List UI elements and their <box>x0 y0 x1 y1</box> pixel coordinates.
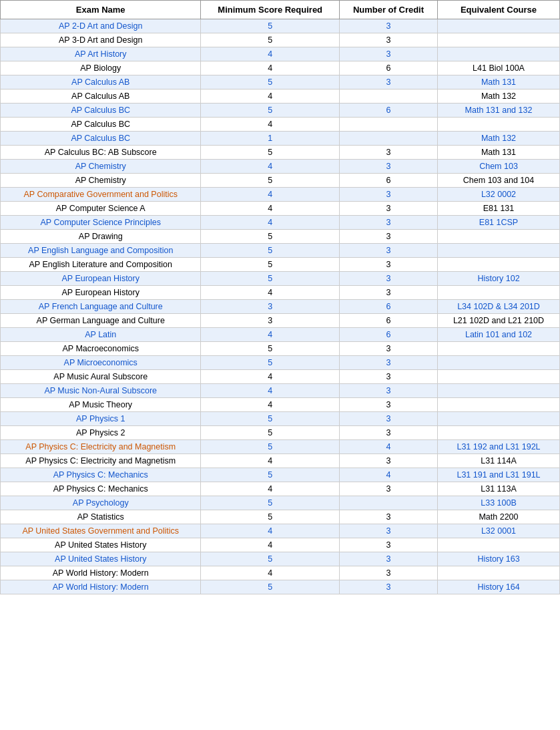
table-row: AP Calculus AB53Math 131 <box>1 75 560 89</box>
table-row: AP English Language and Composition53 <box>1 244 560 258</box>
credits-cell: 3 <box>339 146 437 160</box>
min-score-cell: 4 <box>201 566 339 580</box>
equiv-course-cell: L33 100B <box>438 496 560 510</box>
table-row: AP Physics C: Mechanics43L31 113A <box>1 482 560 496</box>
equiv-course-cell: History 102 <box>438 272 560 286</box>
credits-cell: 3 <box>339 258 437 272</box>
table-row: AP Computer Science A43E81 131 <box>1 202 560 216</box>
equiv-course-cell: L31 113A <box>438 482 560 496</box>
credits-cell: 3 <box>339 202 437 216</box>
table-row: AP Physics 253 <box>1 426 560 440</box>
credits-cell: 6 <box>339 300 437 314</box>
min-score-cell: 5 <box>201 426 339 440</box>
exam-name-cell: AP United States History <box>1 538 201 552</box>
min-score-cell: 5 <box>201 75 339 89</box>
exam-name-cell: AP Physics C: Electricity and Magnetism <box>1 454 201 468</box>
equiv-course-cell: Math 2200 <box>438 510 560 524</box>
table-row: AP Calculus BC: AB Subscore53Math 131 <box>1 146 560 160</box>
min-score-cell: 4 <box>201 454 339 468</box>
header-equiv-course: Equivalent Course <box>438 1 560 19</box>
credits-cell: 3 <box>339 538 437 552</box>
table-row: AP Physics C: Mechanics54L31 191 and L31… <box>1 468 560 482</box>
credits-cell: 3 <box>339 75 437 89</box>
credits-cell: 3 <box>339 160 437 174</box>
min-score-cell: 4 <box>201 398 339 412</box>
exam-name-cell: AP European History <box>1 272 201 286</box>
table-row: AP Macroeconomics53 <box>1 342 560 356</box>
credits-cell: 3 <box>339 552 437 566</box>
table-header-row: Exam Name Minimum Score Required Number … <box>1 1 560 19</box>
exam-name-cell: AP Comparative Government and Politics <box>1 188 201 202</box>
exam-name-cell: AP Music Aural Subscore <box>1 370 201 384</box>
equiv-course-cell <box>438 356 560 370</box>
min-score-cell: 5 <box>201 412 339 426</box>
credits-cell: 3 <box>339 188 437 202</box>
table-row: AP Chemistry56Chem 103 and 104 <box>1 174 560 188</box>
table-row: AP Biology46L41 Biol 100A <box>1 61 560 75</box>
equiv-course-cell <box>438 398 560 412</box>
table-row: AP Music Non-Aural Subscore43 <box>1 384 560 398</box>
equiv-course-cell <box>438 244 560 258</box>
credits-cell: 6 <box>339 61 437 75</box>
equiv-course-cell <box>438 384 560 398</box>
table-row: AP Computer Science Principles43E81 1CSP <box>1 216 560 230</box>
exam-name-cell: AP Latin <box>1 328 201 342</box>
min-score-cell: 4 <box>201 538 339 552</box>
equiv-course-cell <box>438 538 560 552</box>
table-row: AP Psychology5L33 100B <box>1 496 560 510</box>
credits-cell: 3 <box>339 566 437 580</box>
equiv-course-cell: Math 132 <box>438 89 560 104</box>
credits-cell: 4 <box>339 440 437 454</box>
exam-name-cell: AP Physics 2 <box>1 426 201 440</box>
credits-cell <box>339 132 437 146</box>
exam-name-cell: AP Drawing <box>1 230 201 244</box>
exam-name-cell: AP French Language and Culture <box>1 300 201 314</box>
table-row: AP United States History53History 163 <box>1 552 560 566</box>
table-row: AP Chemistry43Chem 103 <box>1 160 560 174</box>
exam-name-cell: AP Physics C: Mechanics <box>1 482 201 496</box>
equiv-course-cell: History 164 <box>438 580 560 594</box>
equiv-course-cell: Latin 101 and 102 <box>438 328 560 342</box>
exam-name-cell: AP Microeconomics <box>1 356 201 370</box>
exam-name-cell: AP European History <box>1 286 201 300</box>
equiv-course-cell <box>438 412 560 426</box>
credits-cell: 3 <box>339 384 437 398</box>
credits-cell: 3 <box>339 286 437 300</box>
credits-cell <box>339 118 437 132</box>
table-row: AP European History53History 102 <box>1 272 560 286</box>
min-score-cell: 5 <box>201 244 339 258</box>
min-score-cell: 4 <box>201 188 339 202</box>
table-row: AP Calculus BC1Math 132 <box>1 132 560 146</box>
equiv-course-cell <box>438 118 560 132</box>
equiv-course-cell: Math 131 <box>438 75 560 89</box>
equiv-course-cell <box>438 426 560 440</box>
min-score-cell: 5 <box>201 552 339 566</box>
equiv-course-cell: L41 Biol 100A <box>438 61 560 75</box>
equiv-course-cell: Math 131 <box>438 146 560 160</box>
min-score-cell: 4 <box>201 384 339 398</box>
exam-name-cell: AP Calculus BC <box>1 118 201 132</box>
table-row: AP Calculus BC56Math 131 and 132 <box>1 104 560 118</box>
credits-cell: 3 <box>339 272 437 286</box>
equiv-course-cell <box>438 566 560 580</box>
table-row: AP Physics C: Electricity and Magnetism5… <box>1 440 560 454</box>
exam-name-cell: AP Music Non-Aural Subscore <box>1 384 201 398</box>
table-row: AP Microeconomics53 <box>1 356 560 370</box>
table-row: AP United States Government and Politics… <box>1 524 560 538</box>
table-row: AP 2-D Art and Design53 <box>1 19 560 33</box>
ap-credit-table: Exam Name Minimum Score Required Number … <box>0 0 560 594</box>
credits-cell: 3 <box>339 398 437 412</box>
min-score-cell: 5 <box>201 230 339 244</box>
min-score-cell: 5 <box>201 104 339 118</box>
equiv-course-cell <box>438 370 560 384</box>
exam-name-cell: AP 2-D Art and Design <box>1 19 201 33</box>
min-score-cell: 4 <box>201 216 339 230</box>
header-exam-name: Exam Name <box>1 1 201 19</box>
credits-cell: 3 <box>339 524 437 538</box>
table-row: AP English Literature and Composition53 <box>1 258 560 272</box>
credits-cell: 3 <box>339 47 437 61</box>
min-score-cell: 4 <box>201 202 339 216</box>
credits-cell: 6 <box>339 174 437 188</box>
equiv-course-cell <box>438 19 560 33</box>
equiv-course-cell <box>438 286 560 300</box>
